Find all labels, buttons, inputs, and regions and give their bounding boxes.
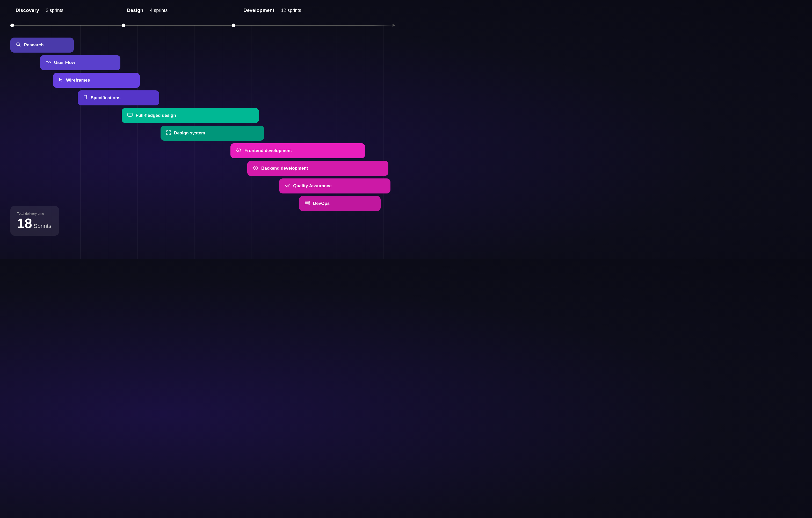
task-backend-development: Backend development [247,161,388,176]
search-icon [16,42,21,48]
phase-development-sprints: 12 sprints [281,8,301,13]
code-icon-frontend [236,148,241,153]
phase-discovery-name: Discovery [16,7,39,13]
svg-point-17 [309,202,309,202]
grid-line-10 [308,25,309,259]
phase-discovery-sprints: 2 sprints [46,8,63,13]
svg-line-1 [19,45,21,47]
flow-icon [46,60,51,65]
check-icon [285,184,290,188]
task-backend-development-label: Backend development [261,166,308,171]
phase-development-name: Development [243,7,274,13]
timeline-line [10,25,393,26]
timeline-dot-development [232,24,235,27]
task-user-flow-label: User Flow [54,60,75,65]
summary-unit: Sprints [34,223,51,229]
svg-rect-12 [169,133,171,135]
monitor-icon [127,113,133,118]
task-quality-assurance: Quality Assurance [279,178,390,194]
grid-line-5 [166,25,166,259]
timeline-dot-design [122,24,125,27]
task-wireframes: Wireframes [53,73,140,88]
timeline-dot-discovery [10,24,14,27]
task-frontend-development-label: Frontend development [244,148,292,153]
cursor-icon [59,78,63,83]
doc-icon [83,95,88,101]
grid-line-9 [280,25,280,259]
summary-card: Total delivery time 18 Sprints [10,206,59,236]
svg-rect-9 [167,131,168,132]
svg-line-14 [255,167,256,169]
task-devops: DevOps [299,196,381,211]
phase-design: Design · 4 sprints [127,7,168,13]
grid-line-11 [337,25,337,259]
grid-line-6 [194,25,195,259]
task-specifications-label: Specifications [91,95,120,100]
task-full-fledged-design: Full-fledged design [122,108,259,123]
grid-icon [166,130,171,136]
svg-line-13 [238,149,239,151]
summary-label: Total delivery time [17,211,51,215]
task-specifications: Specifications [78,90,159,106]
svg-rect-6 [128,113,132,116]
grid-line-13 [383,25,383,259]
task-wireframes-label: Wireframes [66,78,90,83]
task-frontend-development: Frontend development [230,143,365,158]
code-icon-backend [253,166,258,171]
svg-point-18 [309,204,309,205]
task-user-flow: User Flow [40,55,120,70]
task-research: Research [10,37,74,53]
task-devops-label: DevOps [313,201,329,206]
server-icon [305,201,310,206]
grid-line-7 [223,25,223,259]
phase-development: Development · 12 sprints [243,7,301,13]
svg-rect-10 [169,131,171,132]
task-full-fledged-design-label: Full-fledged design [136,113,176,118]
phase-design-sprints: 4 sprints [150,8,168,13]
grid-line-4 [137,25,138,259]
phase-discovery: Discovery · 2 sprints [16,7,63,13]
grid-line-8 [251,25,252,259]
task-design-system-label: Design system [174,131,205,136]
timeline-arrow [393,24,395,27]
svg-rect-11 [167,133,168,135]
task-research-label: Research [24,42,44,48]
summary-number: 18 [17,217,32,230]
task-quality-assurance-label: Quality Assurance [293,183,332,189]
phase-design-name: Design [127,7,143,13]
task-design-system: Design system [161,125,264,141]
